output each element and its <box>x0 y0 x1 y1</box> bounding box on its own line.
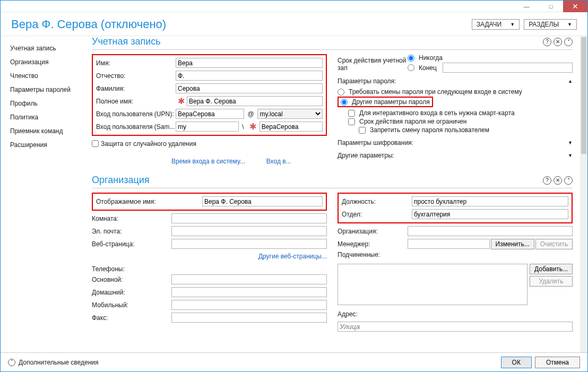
reports-listbox[interactable] <box>338 264 528 305</box>
lastname-input[interactable] <box>176 83 323 93</box>
pwd-other-radio[interactable] <box>341 99 348 106</box>
required-icon: ✱ <box>176 96 187 106</box>
sidebar-item-account[interactable]: Учетная запись <box>8 41 88 55</box>
jobtitle-input[interactable] <box>412 196 568 206</box>
required-icon: ✱ <box>247 122 258 132</box>
protect-checkbox[interactable] <box>92 140 99 147</box>
reports-remove-button[interactable]: Удалить <box>530 276 573 287</box>
fax-input[interactable] <box>171 313 327 323</box>
reports-add-button[interactable]: Добавить... <box>530 264 573 274</box>
tasks-dropdown[interactable]: ЗАДАЧИ▼ <box>472 19 520 30</box>
webpage-input[interactable] <box>171 239 327 249</box>
titlebar: — □ ✕ <box>1 1 587 12</box>
scrollbar[interactable] <box>580 36 587 352</box>
sidebar: Учетная запись Организация Членство Пара… <box>1 36 88 352</box>
sidebar-item-profile[interactable]: Профиль <box>8 97 88 110</box>
room-input[interactable] <box>171 213 327 223</box>
logon-to-link[interactable]: Вход в... <box>266 158 291 165</box>
help-icon[interactable]: ? <box>543 176 551 185</box>
highlight-box-account: Имя: Отчество: Фамилия: Полное имя:✱ Вхо… <box>92 54 327 136</box>
section-organization: Организация ? ✕ ˄ Отображаемое имя: Комн… <box>92 175 573 334</box>
sidebar-item-membership[interactable]: Членство <box>8 69 88 83</box>
highlight-box-title-dept: Должность: Отдел: <box>338 193 573 223</box>
chevron-down-icon: ▼ <box>510 22 515 27</box>
manager-clear-button[interactable]: Очистить <box>535 239 573 249</box>
middlename-input[interactable] <box>176 71 323 81</box>
section-title: Учетная запись <box>92 36 161 47</box>
footer: ˄ Дополнительные сведения ОК Отмена <box>1 352 587 371</box>
sidebar-item-policy[interactable]: Политика <box>8 110 88 124</box>
main-phone-input[interactable] <box>171 274 327 284</box>
smartcard-checkbox[interactable] <box>348 110 355 117</box>
more-info-link[interactable]: Дополнительные сведения <box>19 359 98 366</box>
expiry-end-radio[interactable] <box>408 64 414 71</box>
sidebar-item-extensions[interactable]: Расширения <box>8 138 88 152</box>
sidebar-item-password[interactable]: Параметры паролей <box>8 83 88 97</box>
mobile-phone-input[interactable] <box>171 300 327 310</box>
sidebar-item-organization[interactable]: Организация <box>8 55 88 69</box>
fullname-input[interactable] <box>187 96 323 106</box>
displayname-input[interactable] <box>202 196 323 206</box>
content: Учетная запись ? ✕ ˅ Имя: Отчество: Фами… <box>88 36 587 352</box>
collapse-icon[interactable]: ˅ <box>564 38 573 46</box>
chevron-up-icon[interactable]: ˄ <box>8 359 15 366</box>
sam-user-input[interactable] <box>260 122 323 132</box>
expiry-never-radio[interactable] <box>408 55 414 62</box>
logon-hours-link[interactable]: Время входа в систему... <box>171 158 245 165</box>
email-input[interactable] <box>171 226 327 236</box>
minimize-button[interactable]: — <box>514 1 539 12</box>
nochange-checkbox[interactable] <box>359 127 366 134</box>
collapse-icon[interactable]: ˄ <box>564 176 573 185</box>
upn-domain-select[interactable]: my.local <box>257 109 323 119</box>
section-account: Учетная запись ? ✕ ˅ Имя: Отчество: Фами… <box>92 36 573 167</box>
firstname-input[interactable] <box>176 58 323 68</box>
cancel-button[interactable]: Отмена <box>535 357 580 368</box>
chevron-down-icon: ▼ <box>567 22 572 27</box>
upn-user-input[interactable] <box>176 109 244 119</box>
sidebar-item-dialin[interactable]: Приемник команд <box>8 124 88 138</box>
header: Вера Ф. Серова (отключено) ЗАДАЧИ▼ РАЗДЕ… <box>1 12 587 36</box>
company-input[interactable] <box>408 226 573 236</box>
highlight-box-pwd-other: Другие параметры пароля <box>338 97 433 107</box>
noexpire-checkbox[interactable] <box>348 118 355 125</box>
manager-edit-button[interactable]: Изменить... <box>491 239 534 249</box>
home-phone-input[interactable] <box>171 287 327 297</box>
expiry-date-input[interactable] <box>443 63 573 73</box>
other-webpages-link[interactable]: Другие веб-страницы... <box>258 253 327 260</box>
section-title: Организация <box>92 175 150 186</box>
street-input[interactable] <box>338 322 573 332</box>
maximize-button[interactable]: □ <box>539 1 563 12</box>
sam-domain-input[interactable] <box>176 122 239 132</box>
close-section-icon[interactable]: ✕ <box>554 176 562 185</box>
pwd-change-radio[interactable] <box>338 89 344 96</box>
chevron-up-icon[interactable]: ▲ <box>568 79 573 84</box>
highlight-box-displayname: Отображаемое имя: <box>92 193 327 211</box>
help-icon[interactable]: ? <box>543 38 551 46</box>
department-input[interactable] <box>412 209 568 219</box>
manager-input[interactable] <box>408 239 490 249</box>
page-title: Вера Ф. Серова (отключено) <box>11 18 166 31</box>
chevron-down-icon[interactable]: ▼ <box>568 140 573 145</box>
window: — □ ✕ Вера Ф. Серова (отключено) ЗАДАЧИ▼… <box>0 0 588 372</box>
chevron-down-icon[interactable]: ▼ <box>568 153 573 158</box>
sections-dropdown[interactable]: РАЗДЕЛЫ▼ <box>524 19 577 30</box>
close-section-icon[interactable]: ✕ <box>554 38 562 46</box>
close-button[interactable]: ✕ <box>563 1 587 12</box>
ok-button[interactable]: ОК <box>501 357 532 368</box>
